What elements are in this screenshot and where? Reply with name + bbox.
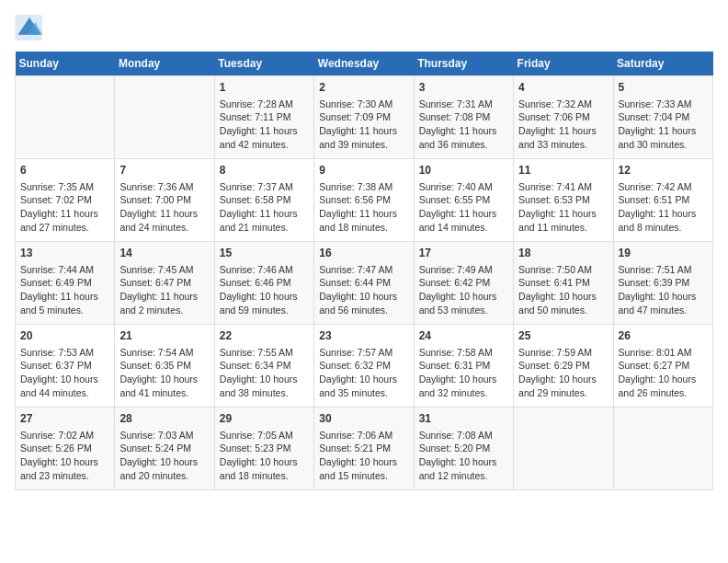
calendar-cell-3-5: 25Sunrise: 7:59 AMSunset: 6:29 PMDayligh… [514,325,613,408]
day-number: 24 [419,328,508,344]
calendar-cell-2-1: 14Sunrise: 7:45 AMSunset: 6:47 PMDayligh… [115,242,214,325]
sunrise-text: Sunrise: 7:44 AM [20,263,109,277]
week-row-2: 6Sunrise: 7:35 AMSunset: 7:02 PMDaylight… [16,159,713,242]
sunrise-text: Sunrise: 7:33 AM [619,98,708,111]
day-number: 23 [319,328,408,344]
calendar-cell-4-2: 29Sunrise: 7:05 AMSunset: 5:23 PMDayligh… [214,408,313,490]
daylight-text: Daylight: 10 hours and 12 minutes. [419,455,508,482]
sunrise-text: Sunrise: 7:37 AM [220,180,309,194]
sunset-text: Sunset: 7:11 PM [220,110,309,124]
day-number: 10 [419,163,508,178]
sunset-text: Sunset: 6:46 PM [220,276,309,290]
sunset-text: Sunset: 5:26 PM [20,442,109,455]
calendar-cell-0-6: 5Sunrise: 7:33 AMSunset: 7:04 PMDaylight… [613,76,712,159]
calendar-cell-0-4: 3Sunrise: 7:31 AMSunset: 7:08 PMDaylight… [414,76,513,159]
page-header [15,15,713,40]
sunrise-text: Sunrise: 7:47 AM [319,263,408,277]
sunset-text: Sunset: 6:42 PM [419,276,508,290]
sunset-text: Sunset: 6:51 PM [619,193,708,207]
daylight-text: Daylight: 11 hours and 36 minutes. [419,124,508,151]
calendar-cell-1-5: 11Sunrise: 7:41 AMSunset: 6:53 PMDayligh… [514,159,613,242]
sunset-text: Sunset: 6:58 PM [220,193,309,207]
sunset-text: Sunset: 5:24 PM [119,442,209,455]
header-saturday: Saturday [613,52,712,76]
sunset-text: Sunset: 5:21 PM [319,442,408,455]
daylight-text: Daylight: 11 hours and 14 minutes. [419,207,508,234]
day-number: 6 [20,163,109,178]
sunrise-text: Sunrise: 7:31 AM [419,98,508,111]
header-sunday: Sunday [16,52,115,76]
header-thursday: Thursday [414,52,513,76]
sunrise-text: Sunrise: 7:55 AM [220,346,309,360]
daylight-text: Daylight: 11 hours and 11 minutes. [518,207,608,234]
calendar-cell-3-2: 22Sunrise: 7:55 AMSunset: 6:34 PMDayligh… [214,325,313,408]
daylight-text: Daylight: 10 hours and 56 minutes. [319,290,408,316]
week-row-3: 13Sunrise: 7:44 AMSunset: 6:49 PMDayligh… [16,242,713,325]
sunrise-text: Sunrise: 7:35 AM [20,180,109,194]
sunrise-text: Sunrise: 7:32 AM [518,98,608,111]
day-number: 20 [20,328,109,344]
day-number: 28 [119,411,209,427]
sunrise-text: Sunrise: 7:40 AM [419,180,508,194]
sunrise-text: Sunrise: 7:49 AM [419,263,508,277]
daylight-text: Daylight: 11 hours and 2 minutes. [119,290,209,316]
sunset-text: Sunset: 6:37 PM [20,359,109,373]
daylight-text: Daylight: 10 hours and 38 minutes. [220,373,309,399]
sunset-text: Sunset: 7:09 PM [319,110,408,124]
daylight-text: Daylight: 11 hours and 24 minutes. [119,207,209,234]
sunset-text: Sunset: 6:39 PM [619,276,708,290]
calendar-cell-1-3: 9Sunrise: 7:38 AMSunset: 6:56 PMDaylight… [314,159,414,242]
calendar-cell-0-0 [16,76,115,159]
daylight-text: Daylight: 10 hours and 23 minutes. [20,455,109,482]
header-friday: Friday [514,52,613,76]
day-number: 25 [518,328,608,344]
day-number: 30 [319,411,408,427]
day-number: 27 [20,411,109,427]
sunrise-text: Sunrise: 7:50 AM [518,263,608,277]
sunrise-text: Sunrise: 7:02 AM [20,429,109,442]
calendar-cell-4-1: 28Sunrise: 7:03 AMSunset: 5:24 PMDayligh… [115,408,214,490]
sunset-text: Sunset: 7:04 PM [619,110,708,124]
sunrise-text: Sunrise: 7:45 AM [119,263,209,277]
sunrise-text: Sunrise: 7:58 AM [419,346,508,360]
day-number: 17 [419,246,508,261]
day-number: 29 [220,411,309,427]
sunset-text: Sunset: 6:29 PM [518,359,608,373]
calendar-cell-2-4: 17Sunrise: 7:49 AMSunset: 6:42 PMDayligh… [414,242,513,325]
day-number: 16 [319,246,408,261]
daylight-text: Daylight: 10 hours and 53 minutes. [419,290,508,316]
calendar-cell-1-0: 6Sunrise: 7:35 AMSunset: 7:02 PMDaylight… [16,159,115,242]
daylight-text: Daylight: 10 hours and 50 minutes. [518,290,608,316]
sunset-text: Sunset: 6:35 PM [119,359,209,373]
daylight-text: Daylight: 11 hours and 27 minutes. [20,207,109,234]
daylight-text: Daylight: 11 hours and 8 minutes. [619,207,708,234]
sunrise-text: Sunrise: 8:01 AM [619,346,708,360]
daylight-text: Daylight: 10 hours and 59 minutes. [220,290,309,316]
sunrise-text: Sunrise: 7:59 AM [518,346,608,360]
calendar-cell-4-5 [514,408,613,490]
day-number: 4 [518,80,608,96]
sunset-text: Sunset: 6:53 PM [518,193,608,207]
sunset-text: Sunset: 7:08 PM [419,110,508,124]
daylight-text: Daylight: 10 hours and 20 minutes. [119,455,209,482]
calendar-cell-2-6: 19Sunrise: 7:51 AMSunset: 6:39 PMDayligh… [613,242,712,325]
calendar-cell-0-2: 1Sunrise: 7:28 AMSunset: 7:11 PMDaylight… [214,76,313,159]
day-number: 1 [220,80,309,96]
day-number: 7 [119,163,209,178]
daylight-text: Daylight: 11 hours and 5 minutes. [20,290,109,316]
daylight-text: Daylight: 10 hours and 18 minutes. [220,455,309,482]
calendar-table: SundayMondayTuesdayWednesdayThursdayFrid… [15,52,713,490]
calendar-cell-2-5: 18Sunrise: 7:50 AMSunset: 6:41 PMDayligh… [514,242,613,325]
sunset-text: Sunset: 6:49 PM [20,276,109,290]
day-number: 13 [20,246,109,261]
sunset-text: Sunset: 5:23 PM [220,442,309,455]
calendar-cell-3-1: 21Sunrise: 7:54 AMSunset: 6:35 PMDayligh… [115,325,214,408]
day-number: 12 [619,163,708,178]
calendar-cell-4-6 [613,408,712,490]
sunrise-text: Sunrise: 7:06 AM [319,429,408,442]
daylight-text: Daylight: 11 hours and 30 minutes. [619,124,708,151]
daylight-text: Daylight: 10 hours and 32 minutes. [419,373,508,399]
calendar-cell-4-3: 30Sunrise: 7:06 AMSunset: 5:21 PMDayligh… [314,408,414,490]
header-monday: Monday [115,52,214,76]
header-wednesday: Wednesday [314,52,414,76]
